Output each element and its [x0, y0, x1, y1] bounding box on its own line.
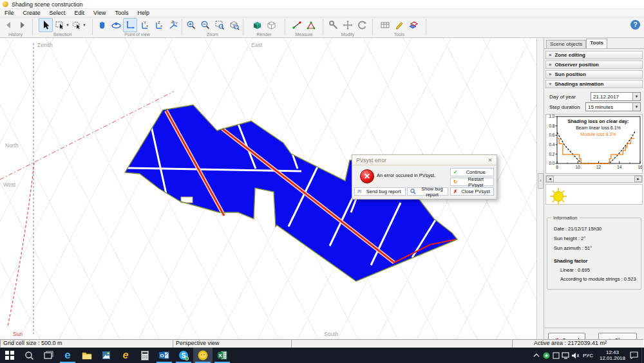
- zoom-window-button[interactable]: [213, 18, 227, 32]
- pvsyst-error-dialog: PVsyst error ✕ ✕ An error occured in PVs…: [352, 154, 497, 200]
- svg-text:X: X: [218, 353, 222, 358]
- taskbar-skype-icon[interactable]: S: [174, 348, 193, 363]
- task-view-icon[interactable]: [39, 348, 58, 363]
- svg-text:x: x: [160, 24, 162, 28]
- info-date: Date : 21/12/17 15h30: [554, 226, 601, 232]
- app-window: Shading scene construction File Create S…: [0, 0, 644, 363]
- tray-onedrive-icon[interactable]: [551, 348, 561, 363]
- section-zone-editing[interactable]: » Zone editing: [545, 51, 643, 59]
- tray-time: 12:43: [600, 349, 625, 355]
- zoom-out-button[interactable]: [198, 18, 213, 32]
- windows-taskbar: e e O S X РУС 12:43 12.01.2018: [0, 348, 644, 363]
- tray-volume-muted-icon[interactable]: [571, 348, 580, 363]
- step-duration-select[interactable]: 15 minutes ▼: [585, 102, 641, 111]
- taskbar-edge-icon[interactable]: e: [58, 348, 77, 363]
- sun-icon: [549, 187, 568, 206]
- panel-collapse-button[interactable]: ›: [538, 173, 544, 189]
- history-back-button[interactable]: [1, 18, 15, 32]
- view-xz-plane-button[interactable]: Zx: [151, 18, 166, 32]
- menu-select[interactable]: Select: [45, 9, 70, 17]
- svg-text:10: 10: [576, 165, 581, 169]
- axis-label-south: South: [324, 331, 338, 337]
- start-button[interactable]: [0, 348, 19, 363]
- orbit-view-button[interactable]: [109, 18, 123, 32]
- error-icon: ✕: [360, 169, 374, 183]
- render-wireframe-button[interactable]: [264, 18, 278, 32]
- send-bug-report-button[interactable]: ✉ Send bug report: [354, 187, 406, 196]
- restart-pvsyst-button[interactable]: ↻ Restart PVsyst: [450, 178, 494, 186]
- tab-tools[interactable]: Tools: [586, 39, 607, 48]
- section-shadings-animation[interactable]: » Shadings animation: [545, 80, 643, 88]
- scroll-left-icon[interactable]: ◄: [546, 176, 554, 182]
- menu-create[interactable]: Create: [19, 9, 45, 17]
- taskbar-ie-icon[interactable]: e: [116, 348, 135, 363]
- taskbar-excel-icon[interactable]: X: [213, 348, 232, 363]
- taskbar-explorer-icon[interactable]: [77, 348, 97, 363]
- menu-view[interactable]: View: [89, 9, 110, 17]
- modify-move-button[interactable]: [341, 18, 355, 32]
- info-sun-azimuth: Sun azimuth : 51°: [554, 245, 592, 251]
- history-forward-button[interactable]: [15, 18, 30, 32]
- help-icon[interactable]: ?: [630, 20, 640, 30]
- measure-area-button[interactable]: [304, 18, 318, 32]
- menu-tools[interactable]: Tools: [110, 9, 133, 17]
- information-box: Information Date : 21/12/17 15h30 Sun he…: [547, 218, 641, 290]
- tray-notification-icon[interactable]: [629, 348, 639, 363]
- pan-hand-button[interactable]: [95, 18, 109, 32]
- section-sun-position[interactable]: » Sun position: [545, 70, 643, 79]
- zoom-3d-button[interactable]: [227, 18, 241, 32]
- tray-network-icon[interactable]: [561, 348, 571, 363]
- chevron-down-icon[interactable]: ▼: [632, 93, 640, 100]
- chevron-right-icon: »: [549, 71, 551, 77]
- rect-select-button[interactable]: [53, 18, 67, 32]
- zoom-in-button[interactable]: [184, 18, 198, 32]
- tab-scene-objects[interactable]: Scene objects: [546, 40, 586, 48]
- tools-edit-button[interactable]: [392, 18, 406, 32]
- toolbar-separator: [426, 19, 426, 35]
- render-solid-button[interactable]: [250, 18, 264, 32]
- toolbar-group-history: History: [0, 17, 31, 37]
- animation-scrollbar[interactable]: ◄ ►: [545, 175, 643, 183]
- tray-chevron-up-icon[interactable]: [532, 348, 542, 363]
- menu-file[interactable]: File: [0, 9, 19, 17]
- view-xy-plane-button[interactable]: Yx: [137, 18, 151, 32]
- taskbar-photos-icon[interactable]: [97, 348, 116, 363]
- toolbar-separator: [372, 19, 373, 35]
- step-duration-label: Step duration: [549, 104, 580, 110]
- continue-button[interactable]: ✓ Continue: [450, 168, 494, 176]
- modify-wrench-button[interactable]: [327, 18, 341, 32]
- info-linear: Linear : 0.695: [560, 267, 590, 273]
- measure-distance-button[interactable]: [290, 18, 304, 32]
- taskbar-pvsyst-icon[interactable]: [193, 348, 213, 363]
- information-title: Information: [551, 215, 580, 221]
- svg-text:8: 8: [556, 165, 558, 169]
- panel-buttons-separator: [544, 328, 644, 328]
- tray-clock[interactable]: 12:43 12.01.2018: [596, 349, 629, 361]
- view-zy-plane-button[interactable]: ZY: [166, 18, 180, 32]
- taskbar-search-icon[interactable]: [19, 348, 39, 363]
- taskbar-outlook-icon[interactable]: O: [155, 348, 174, 363]
- lasso-select-dropdown-icon[interactable]: ▼: [82, 23, 86, 27]
- scroll-right-icon[interactable]: ►: [634, 176, 642, 182]
- tray-language-indicator[interactable]: РУС: [580, 353, 596, 358]
- day-of-year-select[interactable]: 21.12.2017 ▼: [591, 92, 641, 101]
- section-observer-position[interactable]: » Observer position: [545, 60, 643, 69]
- menu-help[interactable]: Help: [133, 9, 154, 17]
- show-desktop-button[interactable]: [641, 348, 644, 363]
- dialog-close-icon[interactable]: ✕: [487, 157, 493, 163]
- lasso-select-button[interactable]: [70, 18, 84, 32]
- axis-origin-view-button[interactable]: [123, 18, 137, 32]
- tools-table-button[interactable]: [378, 18, 392, 32]
- menu-edit[interactable]: Edit: [70, 9, 90, 17]
- chevron-down-icon[interactable]: ▼: [632, 103, 640, 111]
- select-cursor-button[interactable]: [39, 18, 53, 32]
- show-bug-report-button[interactable]: Show bug report: [407, 187, 448, 196]
- close-pvsyst-button[interactable]: ✗ Close PVsyst: [450, 187, 494, 196]
- system-tray: РУС 12:43 12.01.2018: [532, 348, 644, 363]
- modify-rotate-button[interactable]: [355, 18, 369, 32]
- svg-text:Y: Y: [175, 21, 178, 25]
- taskbar-calculator-icon[interactable]: [135, 348, 155, 363]
- toolbar-label-render: Render: [257, 32, 272, 37]
- tray-app-icon[interactable]: [542, 348, 551, 363]
- tools-layers-button[interactable]: [406, 18, 421, 32]
